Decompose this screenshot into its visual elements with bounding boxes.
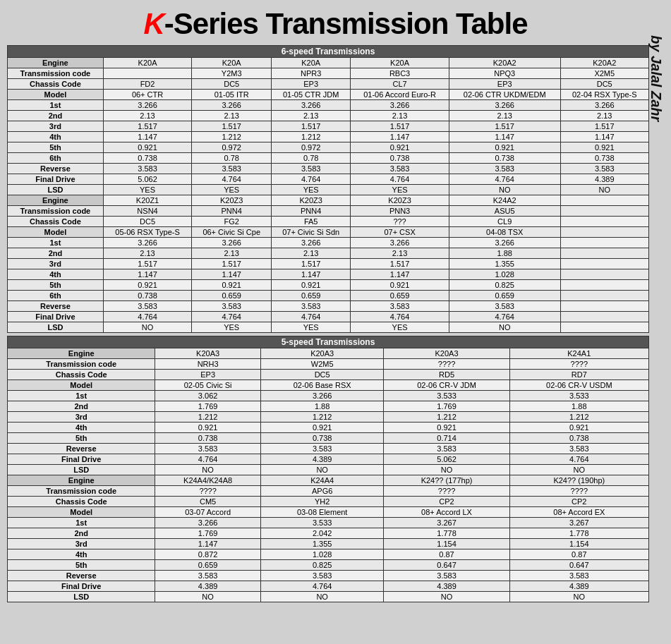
3rd-row-2: 3rd 1.517 1.517 1.517 1.517 1.355 (8, 259, 649, 269)
five-speed-header-row: 5-speed Transmissions (8, 336, 649, 348)
page-title: K-Series Transmission Table (7, 7, 664, 41)
chassis-label: Chassis Code (8, 79, 104, 90)
chassis-row-2: Chassis Code DC5 FG2 FA5 ??? CL9 (8, 217, 649, 227)
chassis-row-1: Chassis Code FD2 DC5 EP3 CL7 EP3 DC5 (8, 79, 649, 90)
fd-row-3: Final Drive 4.764 4.389 5.062 4.764 (8, 454, 649, 465)
trans-row-3: Transmission code NRH3 W2M5 ???? ???? (8, 359, 649, 370)
model-row-1: Model 06+ CTR 01-05 ITR 01-05 CTR JDM 01… (8, 90, 649, 100)
engine-row-1: Engine K20A K20A K20A K20A K20A2 K20A2 (8, 58, 649, 68)
engine-val-6: K20A2 (560, 58, 649, 68)
engine-val-2: K20A (192, 58, 272, 68)
6th-row-2: 6th 0.738 0.659 0.659 0.659 0.659 (8, 291, 649, 301)
3rd-row-1: 3rd 1.517 1.517 1.517 1.517 1.517 1.517 (8, 121, 649, 132)
five-speed-header: 5-speed Transmissions (8, 336, 649, 348)
1st-row-1: 1st 3.266 3.266 3.266 3.266 3.266 3.266 (8, 100, 649, 111)
1st-row-4: 1st 3.266 3.533 3.267 3.267 (8, 518, 649, 528)
engine-label: Engine (8, 58, 104, 68)
engine-val-4: K20A (351, 58, 449, 68)
rev-row-4: Reverse 3.583 3.583 3.583 3.583 (8, 571, 649, 581)
engine-row-2: Engine K20Z1 K20Z3 K20Z3 K20Z3 K24A2 (8, 195, 649, 206)
rev-row-3: Reverse 3.583 3.583 3.583 3.583 (8, 444, 649, 454)
lsd-row-2: LSD NO YES YES YES NO (8, 322, 649, 333)
fd-row-4: Final Drive 4.389 4.764 4.389 4.389 (8, 581, 649, 592)
5th-row-3: 5th 0.738 0.738 0.714 0.738 (8, 433, 649, 444)
2nd-row-3: 2nd 1.769 1.88 1.769 1.88 (8, 401, 649, 412)
title-rest: -Series Transmission Table (164, 7, 528, 40)
lsd-row-4: LSD NO NO NO NO (8, 592, 649, 602)
model-label: Model (8, 90, 104, 100)
4th-row-4: 4th 0.872 1.028 0.87 0.87 (8, 549, 649, 560)
3rd-row-3: 3rd 1.212 1.212 1.212 1.212 (8, 412, 649, 423)
trans-label: Transmission code (8, 68, 104, 79)
6th-row-1: 6th 0.738 0.78 0.78 0.738 0.738 0.738 (8, 153, 649, 164)
4th-row-3: 4th 0.921 0.921 0.921 0.921 (8, 423, 649, 433)
5th-row-4: 5th 0.659 0.825 0.647 0.647 (8, 560, 649, 571)
5th-row-2: 5th 0.921 0.921 0.921 0.921 0.825 (8, 280, 649, 291)
chassis-row-4: Chassis Code CM5 YH2 CP2 CP2 (8, 497, 649, 507)
trans-row-1: Transmission code Y2M3 NPR3 RBC3 NPQ3 X2… (8, 68, 649, 79)
fd-row-1: Final Drive 5.062 4.764 4.764 4.764 4.76… (8, 174, 649, 185)
trans-row-2: Transmission code NSN4 PNN4 PNN4 PNN3 AS… (8, 206, 649, 217)
engine-val-3: K20A (272, 58, 351, 68)
2nd-row-4: 2nd 1.769 2.042 1.778 1.778 (8, 528, 649, 539)
2nd-row-1: 2nd 2.13 2.13 2.13 2.13 2.13 2.13 (8, 111, 649, 121)
3rd-row-4: 3rd 1.147 1.355 1.154 1.154 (8, 539, 649, 549)
lsd-row-3: LSD NO NO NO NO (8, 465, 649, 475)
six-speed-header: 6-speed Transmissions (8, 46, 649, 58)
six-speed-table-1: 6-speed Transmissions Engine K20A K20A K… (7, 45, 649, 333)
model-row-2: Model 05-06 RSX Type-S 06+ Civic Si Cpe … (8, 227, 649, 238)
lsd-row-1: LSD YES YES YES YES NO NO (8, 185, 649, 195)
fd-row-2: Final Drive 4.764 4.764 4.764 4.764 4.76… (8, 312, 649, 322)
5th-row-1: 5th 0.921 0.972 0.972 0.921 0.921 0.921 (8, 142, 649, 153)
side-author: by Jalal Zahr (648, 35, 664, 121)
1st-row-3: 1st 3.062 3.266 3.533 3.533 (8, 391, 649, 401)
2nd-row-2: 2nd 2.13 2.13 2.13 2.13 1.88 (8, 248, 649, 259)
model-row-3: Model 02-05 Civic Si 02-06 Base RSX 02-0… (8, 380, 649, 391)
trans-row-4: Transmission code ???? APG6 ???? ???? (8, 486, 649, 497)
1st-row-2: 1st 3.266 3.266 3.266 3.266 3.266 (8, 238, 649, 248)
4th-row-2: 4th 1.147 1.147 1.147 1.147 1.028 (8, 269, 649, 280)
4th-row-1: 4th 1.147 1.212 1.212 1.147 1.147 1.147 (8, 132, 649, 142)
section-header-row: 6-speed Transmissions (8, 46, 649, 58)
engine-val-5: K20A2 (449, 58, 560, 68)
five-speed-table: 5-speed Transmissions Engine K20A3 K20A3… (7, 336, 649, 602)
engine-row-4: Engine K24A4/K24A8 K24A4 K24?? (177hp) K… (8, 475, 649, 486)
rev-row-1: Reverse 3.583 3.583 3.583 3.583 3.583 3.… (8, 164, 649, 174)
chassis-row-3: Chassis Code EP3 DC5 RD5 RD7 (8, 370, 649, 380)
engine-val-1: K20A (103, 58, 191, 68)
model-row-4: Model 03-07 Accord 03-08 Element 08+ Acc… (8, 507, 649, 518)
rev-row-2: Reverse 3.583 3.583 3.583 3.583 3.583 (8, 301, 649, 312)
engine-row-3: Engine K20A3 K20A3 K20A3 K24A1 (8, 348, 649, 359)
k-letter: K (143, 7, 164, 40)
